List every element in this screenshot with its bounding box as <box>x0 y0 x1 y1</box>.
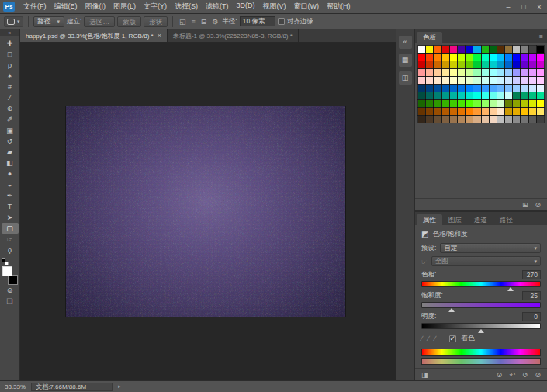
color-swatch[interactable] <box>529 85 536 92</box>
preset-dropdown[interactable]: 自定 ▾ <box>440 243 541 253</box>
tool-mode-dropdown[interactable]: 路径 ▾ <box>33 16 65 27</box>
color-swatch[interactable] <box>450 116 457 123</box>
color-swatch[interactable] <box>473 69 480 76</box>
minimize-button[interactable]: – <box>500 3 516 11</box>
color-swatch[interactable] <box>434 100 441 107</box>
color-swatch[interactable] <box>466 46 473 53</box>
color-swatch[interactable] <box>482 85 489 92</box>
color-swatch[interactable] <box>473 46 480 53</box>
color-swatch[interactable] <box>466 108 473 115</box>
color-swatch[interactable] <box>505 77 512 84</box>
previous-state-icon[interactable]: ↶ <box>509 371 515 379</box>
color-swatch[interactable] <box>482 92 489 99</box>
path-operations-icon[interactable]: ◱ <box>178 18 188 26</box>
color-swatch[interactable] <box>537 92 544 99</box>
document-image[interactable] <box>66 106 345 317</box>
zoom-level[interactable]: 33.33% <box>5 383 26 390</box>
color-swatch[interactable] <box>473 77 480 84</box>
color-swatch[interactable] <box>450 108 457 115</box>
status-options-arrow[interactable]: ▸ <box>118 383 121 390</box>
default-colors-icon[interactable] <box>2 258 9 265</box>
color-swatch[interactable] <box>497 61 504 68</box>
lightness-slider[interactable] <box>421 323 541 329</box>
color-swatch[interactable] <box>537 77 544 84</box>
color-swatch[interactable] <box>442 77 449 84</box>
color-swatch[interactable] <box>458 77 465 84</box>
color-swatch[interactable] <box>529 116 536 123</box>
toolbar-collapse-button[interactable]: » <box>0 29 19 36</box>
color-swatch[interactable] <box>521 92 528 99</box>
color-swatch[interactable] <box>418 46 425 53</box>
color-swatch[interactable] <box>490 61 497 68</box>
color-swatch[interactable] <box>450 100 457 107</box>
color-swatch[interactable] <box>490 100 497 107</box>
color-swatch[interactable] <box>434 46 441 53</box>
color-swatch[interactable] <box>490 92 497 99</box>
tool-preset-button[interactable]: ▾ <box>4 16 23 27</box>
reset-icon[interactable]: ↺ <box>522 371 528 379</box>
color-swatch[interactable] <box>497 108 504 115</box>
color-swatch[interactable] <box>521 46 528 53</box>
color-swatch[interactable] <box>473 100 480 107</box>
color-swatch[interactable] <box>490 54 497 61</box>
make-mask-button[interactable]: 蒙版 <box>117 16 141 27</box>
type-tool[interactable]: T <box>2 201 19 212</box>
color-swatch[interactable] <box>497 100 504 107</box>
color-swatch[interactable] <box>505 108 512 115</box>
color-swatch[interactable] <box>466 92 473 99</box>
color-swatch[interactable] <box>458 100 465 107</box>
color-swatch[interactable] <box>529 108 536 115</box>
color-swatch[interactable] <box>529 92 536 99</box>
color-swatch[interactable] <box>418 108 425 115</box>
color-swatch[interactable] <box>418 69 425 76</box>
menu-item-10[interactable]: 帮助(H) <box>323 2 355 12</box>
color-swatch[interactable] <box>458 54 465 61</box>
move-tool[interactable]: ✚ <box>2 38 19 49</box>
color-swatch[interactable] <box>505 46 512 53</box>
color-swatch[interactable] <box>418 54 425 61</box>
expand-panels-icon[interactable]: « <box>399 36 412 49</box>
color-swatch[interactable] <box>521 100 528 107</box>
close-button[interactable]: × <box>531 3 547 11</box>
color-swatch[interactable] <box>537 54 544 61</box>
color-swatch[interactable] <box>473 85 480 92</box>
pen-tool[interactable]: ✒ <box>2 190 19 201</box>
color-swatch[interactable] <box>505 85 512 92</box>
menu-item-3[interactable]: 图层(L) <box>109 2 140 12</box>
document-info[interactable]: 文档:7.66M/88.6M <box>31 383 113 391</box>
menu-item-1[interactable]: 编辑(E) <box>50 2 81 12</box>
color-swatch[interactable] <box>513 92 520 99</box>
color-swatch[interactable] <box>442 54 449 61</box>
color-swatch[interactable] <box>426 100 433 107</box>
color-swatch[interactable] <box>426 46 433 53</box>
hue-value[interactable]: 270 <box>522 270 541 279</box>
color-swatch[interactable] <box>537 108 544 115</box>
gradient-tool[interactable]: ◧ <box>2 158 19 168</box>
color-swatch[interactable] <box>497 69 504 76</box>
menu-item-7[interactable]: 3D(D) <box>233 2 259 12</box>
color-swatch[interactable] <box>505 69 512 76</box>
delete-adjustment-icon[interactable]: ⊘ <box>535 371 541 379</box>
dock-panel-icon-1[interactable]: ▦ <box>399 54 412 67</box>
color-swatch[interactable] <box>521 116 528 123</box>
color-swatch[interactable] <box>442 46 449 53</box>
make-shape-button[interactable]: 形状 <box>144 16 168 27</box>
menu-item-2[interactable]: 图像(I) <box>81 2 110 12</box>
color-swatch[interactable] <box>537 46 544 53</box>
panel-menu-icon[interactable]: ≡ <box>535 33 547 40</box>
color-swatch[interactable] <box>490 46 497 53</box>
clone-stamp-tool[interactable]: ▣ <box>2 125 19 136</box>
color-swatch[interactable] <box>513 108 520 115</box>
color-swatch[interactable] <box>434 69 441 76</box>
color-swatch[interactable] <box>426 69 433 76</box>
color-swatch[interactable] <box>537 61 544 68</box>
color-swatch[interactable] <box>529 77 536 84</box>
close-tab-icon[interactable]: × <box>158 32 161 40</box>
color-swatch[interactable] <box>418 100 425 107</box>
crop-tool[interactable]: # <box>2 82 19 92</box>
color-swatch[interactable] <box>529 54 536 61</box>
menu-item-9[interactable]: 窗口(W) <box>290 2 324 12</box>
quick-mask-button[interactable]: ⊚ <box>2 285 19 296</box>
color-swatch[interactable] <box>537 85 544 92</box>
color-swatch[interactable] <box>466 116 473 123</box>
